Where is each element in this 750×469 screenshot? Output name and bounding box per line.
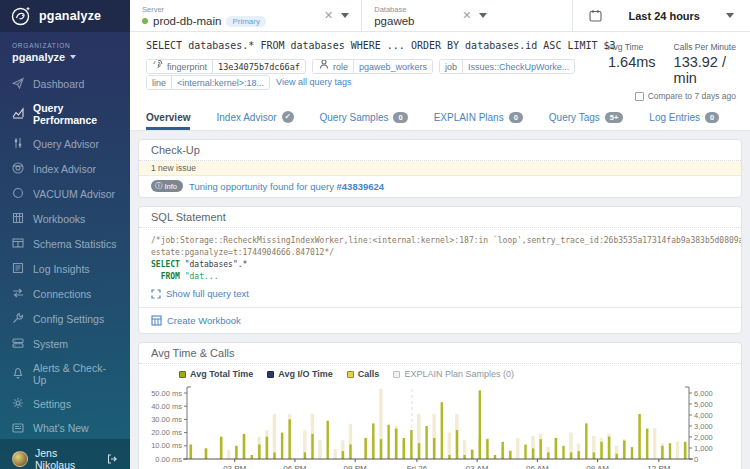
server-clear-icon[interactable]: ✕ [324, 9, 333, 22]
calendar-icon [589, 9, 602, 22]
chart-title: Avg Time & Calls [139, 343, 741, 364]
sidebar-item-workbooks[interactable]: Workbooks [0, 206, 130, 231]
issue-link[interactable]: Tuning opportunity found for query #4383… [189, 181, 384, 192]
svg-text:10.00 ms: 10.00 ms [151, 441, 182, 450]
organization-switcher[interactable]: ORGANIZATION pganalyze [0, 38, 130, 71]
legend-calls[interactable]: Calls [347, 369, 380, 379]
query-tag-role[interactable]: rolepgaweb_workers [312, 59, 433, 74]
sidebar-item-system[interactable]: System [0, 331, 130, 356]
issue-item[interactable]: ⓘInfo Tuning opportunity found for query… [139, 176, 741, 197]
tab-log-entries[interactable]: Log Entries0 [649, 105, 719, 130]
view-all-query-tags-link[interactable]: View all query tags [276, 77, 351, 87]
organization-label: ORGANIZATION [12, 42, 118, 49]
main-content: SELECT databases.* FROM databases WHERE … [130, 32, 750, 469]
database-name: pgaweb [374, 15, 414, 27]
tab-index-advisor[interactable]: Index Advisor✓ [216, 105, 293, 130]
svg-text:40.00 ms: 40.00 ms [151, 402, 182, 411]
legend-avg-i-o-time[interactable]: Avg I/O Time [267, 369, 333, 379]
sidebar-item-schema-statistics[interactable]: Schema Statistics [0, 231, 130, 256]
tab-overview[interactable]: Overview [146, 105, 190, 130]
sidebar-item-query-performance[interactable]: Query Performance [0, 96, 130, 131]
pganalyze-logo-icon [10, 5, 32, 27]
time-range-label: Last 24 hours [628, 10, 700, 22]
sidebar-item-alerts-check-up[interactable]: Alerts & Check-Up [0, 356, 130, 391]
avg-time-value: 1.64ms [608, 54, 656, 70]
query-tag-job[interactable]: jobIssues::CheckUpWorke... [439, 59, 575, 74]
time-range-selector[interactable]: Last 24 hours [573, 0, 750, 31]
whats-new-icon [12, 422, 24, 434]
avg-time-label: Avg Time [608, 42, 656, 52]
sidebar-item-log-insights[interactable]: Log Insights [0, 256, 130, 281]
chart-panel: Avg Time & Calls Avg Total TimeAvg I/O T… [138, 342, 742, 469]
server-name: prod-db-main [153, 15, 221, 27]
create-workbook-link[interactable]: Create Workbook [167, 315, 241, 326]
compare-checkbox[interactable] [635, 92, 644, 101]
expand-icon [151, 289, 161, 299]
server-label: Server [142, 5, 302, 14]
tab-explain-plans[interactable]: EXPLAIN Plans0 [434, 105, 523, 130]
info-badge: ⓘInfo [151, 180, 183, 192]
svg-text:6,000: 6,000 [694, 389, 713, 398]
svg-text:0: 0 [694, 455, 698, 464]
sidebar-item-settings[interactable]: Settings [0, 391, 130, 416]
server-primary-badge: Primary [226, 16, 266, 27]
content-area: Check-Up 1 new issue ⓘInfo Tuning opport… [130, 131, 750, 469]
sidebar-item-index-advisor[interactable]: Index Advisor [0, 156, 130, 181]
database-dropdown-caret-icon[interactable] [479, 13, 487, 18]
circle-icon [12, 187, 24, 201]
sidebar-item-connections[interactable]: Connections [0, 281, 130, 306]
tab-bar: OverviewIndex Advisor✓Query Samples0EXPL… [130, 105, 750, 131]
legend-swatch [179, 371, 186, 378]
svg-text:03 PM: 03 PM [223, 464, 246, 469]
compare-toggle[interactable]: Compare to 7 days ago [635, 91, 736, 101]
time-range-caret-icon [726, 13, 734, 18]
avatar [12, 451, 28, 467]
svg-text:20.00 ms: 20.00 ms [151, 428, 182, 437]
organization-caret-icon [70, 55, 76, 59]
compare-label: Compare to 7 days ago [648, 91, 736, 101]
user-menu[interactable]: Jens Nikolaus [0, 439, 130, 469]
legend-swatch [267, 371, 274, 378]
logout-icon[interactable] [106, 453, 118, 465]
legend-explain-plan-samples-0-[interactable]: EXPLAIN Plan Samples (0) [393, 369, 514, 379]
sidebar-item-dashboard[interactable]: Dashboard [0, 71, 130, 96]
query-tag-fingerprint[interactable]: fingerprint13e34075b7dc66af [146, 59, 306, 74]
tab-query-samples[interactable]: Query Samples0 [320, 105, 408, 130]
svg-text:06 AM: 06 AM [526, 464, 549, 469]
svg-text:2,000: 2,000 [694, 433, 713, 442]
database-selector[interactable]: Database pgaweb [362, 0, 450, 31]
brand-logo: pganalyze [0, 0, 130, 32]
tab-query-tags[interactable]: Query Tags5+ [549, 105, 624, 130]
person-icon [318, 59, 330, 74]
svg-text:50.00 ms: 50.00 ms [151, 389, 182, 398]
cpm-value: 133.92 / min [674, 54, 736, 86]
server-selector[interactable]: Server prod-db-main Primary [130, 0, 312, 31]
sidebar-item-vacuum-advisor[interactable]: VACUUM Advisor [0, 181, 130, 206]
avg-time-calls-chart[interactable]: 0.00 ms10.00 ms20.00 ms30.00 ms40.00 ms5… [139, 379, 741, 469]
svg-text:03 AM: 03 AM [466, 464, 489, 469]
server-dropdown-caret-icon[interactable] [341, 13, 349, 18]
svg-text:09 PM: 09 PM [344, 464, 367, 469]
checkup-title: Check-Up [139, 140, 741, 161]
sidebar-item-whats-new[interactable]: What's New [0, 416, 130, 439]
svg-text:06 PM: 06 PM [283, 464, 306, 469]
show-full-query-link[interactable]: Show full query text [166, 288, 249, 299]
tab-count-badge: 0 [509, 112, 523, 123]
checkup-panel: Check-Up 1 new issue ⓘInfo Tuning opport… [138, 139, 742, 198]
svg-text:3,000: 3,000 [694, 422, 713, 431]
sidebar-item-config-settings[interactable]: Config Settings [0, 306, 130, 331]
gear-icon [12, 397, 24, 411]
sql-code-block: /*job:Storage::RecheckMissingIndexWorker… [139, 228, 741, 288]
sidebar-item-query-advisor[interactable]: Query Advisor [0, 131, 130, 156]
tab-count-badge: 0 [393, 112, 407, 123]
database-clear-icon[interactable]: ✕ [462, 9, 471, 22]
query-tag-line[interactable]: line<internal:kernel>:18... [146, 75, 270, 90]
topbar: Server prod-db-main Primary ✕ Database p… [130, 0, 750, 32]
chart-icon [12, 107, 24, 121]
legend-swatch [393, 371, 400, 378]
wrench-icon [12, 312, 24, 326]
svg-text:4,000: 4,000 [694, 411, 713, 420]
bell-icon [12, 367, 24, 381]
tab-count-badge: 5+ [605, 112, 624, 123]
legend-avg-total-time[interactable]: Avg Total Time [179, 369, 253, 379]
